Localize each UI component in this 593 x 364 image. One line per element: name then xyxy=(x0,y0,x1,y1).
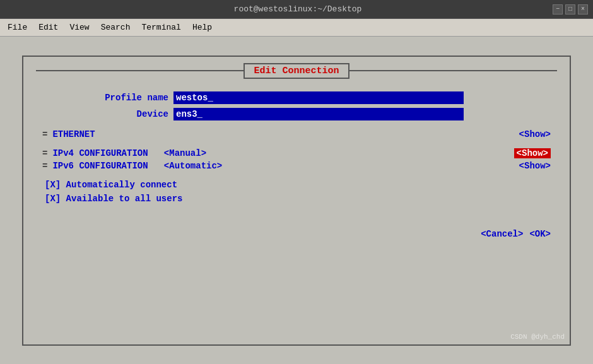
window-title: root@westoslinux:~/Desktop xyxy=(43,4,553,14)
ethernet-label: ETHERNET xyxy=(52,129,512,139)
menu-bar: File Edit View Search Terminal Help xyxy=(0,19,593,37)
auto-connect-label[interactable]: [X] Automatically connect xyxy=(45,180,177,190)
maximize-button[interactable]: □ xyxy=(565,4,575,15)
form-section: Profile name Device xyxy=(36,91,557,120)
menu-file[interactable]: File xyxy=(3,21,32,34)
close-button[interactable]: × xyxy=(578,4,588,15)
title-bar: root@westoslinux:~/Desktop − □ × xyxy=(0,0,593,19)
menu-search[interactable]: Search xyxy=(96,21,136,34)
ethernet-row: = ETHERNET <Show> xyxy=(36,129,557,139)
dialog-content: Profile name Device = ETHERNET <Show> = xyxy=(36,91,557,239)
minimize-button[interactable]: − xyxy=(553,4,563,15)
device-row: Device xyxy=(42,108,551,120)
ipv6-bullet: = xyxy=(42,161,47,171)
menu-view[interactable]: View xyxy=(64,21,94,34)
ethernet-show-button[interactable]: <Show> xyxy=(519,129,551,139)
available-users-label[interactable]: [X] Available to all users xyxy=(45,194,182,204)
profile-name-input[interactable] xyxy=(173,91,464,104)
ipv4-label: IPv4 CONFIGURATION <Manual> xyxy=(52,148,507,158)
ipv4-row: = IPv4 CONFIGURATION <Manual> <Show> xyxy=(36,148,557,158)
window-controls[interactable]: − □ × xyxy=(553,4,588,15)
menu-terminal[interactable]: Terminal xyxy=(136,21,185,34)
ethernet-bullet: = xyxy=(42,129,47,139)
title-decoration-right xyxy=(349,70,557,71)
menu-help[interactable]: Help xyxy=(187,21,217,34)
auto-connect-row: [X] Automatically connect xyxy=(36,180,557,190)
terminal-area: Edit Connection Profile name Device = ET… xyxy=(0,37,593,364)
edit-connection-dialog: Edit Connection Profile name Device = ET… xyxy=(22,56,571,346)
ipv4-value-text[interactable]: <Manual> xyxy=(164,148,206,158)
dialog-title: Edit Connection xyxy=(244,63,349,79)
available-users-row: [X] Available to all users xyxy=(36,194,557,204)
ipv4-show-button[interactable]: <Show> xyxy=(514,148,551,158)
menu-edit[interactable]: Edit xyxy=(33,21,63,34)
profile-name-row: Profile name xyxy=(42,91,551,104)
bottom-buttons: <Cancel> <OK> xyxy=(36,229,557,239)
dialog-title-bar: Edit Connection xyxy=(36,63,557,79)
ipv6-value-text[interactable]: <Automatic> xyxy=(164,161,222,171)
cancel-button[interactable]: <Cancel> xyxy=(481,229,523,239)
ipv4-bullet: = xyxy=(42,148,47,158)
profile-name-label: Profile name xyxy=(42,93,168,103)
ipv4-label-text: IPv4 CONFIGURATION xyxy=(52,148,148,158)
ipv6-row: = IPv6 CONFIGURATION <Automatic> <Show> xyxy=(36,161,557,171)
device-input[interactable] xyxy=(173,108,464,120)
watermark: CSDN @dyh_chd xyxy=(510,333,565,341)
title-decoration-left xyxy=(36,70,244,71)
ipv6-label-text: IPv6 CONFIGURATION xyxy=(52,161,148,171)
ok-button[interactable]: <OK> xyxy=(529,229,551,239)
ipv6-label: IPv6 CONFIGURATION <Automatic> xyxy=(52,161,512,171)
ipv6-show-button[interactable]: <Show> xyxy=(519,161,551,171)
device-label: Device xyxy=(42,109,168,119)
